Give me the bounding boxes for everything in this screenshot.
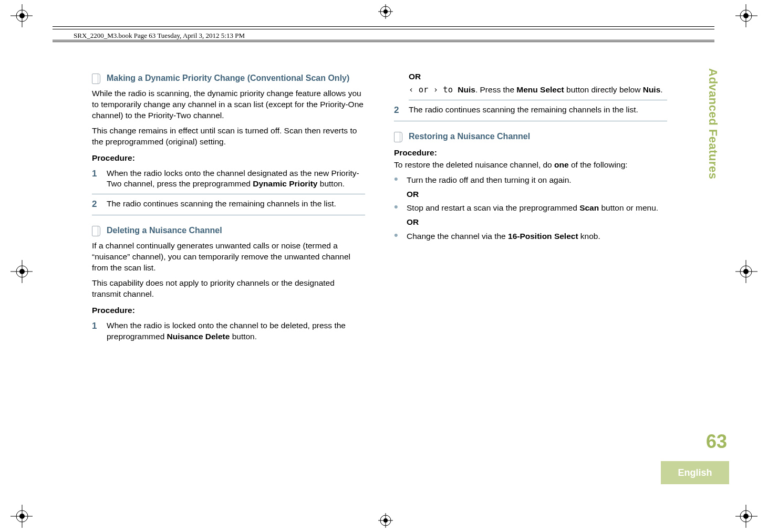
step-2: 2 The radio continues scanning the remai… xyxy=(394,105,667,121)
step-text: The radio continues scanning the remaini… xyxy=(107,199,336,211)
procedure-label: Procedure: xyxy=(92,305,365,316)
paragraph: If a channel continually generates unwan… xyxy=(92,241,365,274)
book-icon xyxy=(394,132,402,142)
or-label: OR xyxy=(407,217,667,228)
running-header: SRX_2200_M3.book Page 63 Tuesday, April … xyxy=(74,32,245,40)
right-column: OR ‹ or › to Nuis. Press the Menu Select… xyxy=(394,68,667,351)
crop-mark-tr xyxy=(735,4,759,27)
step-number: 2 xyxy=(92,199,100,211)
step-2: 2 The radio continues scanning the remai… xyxy=(92,199,365,215)
paragraph: This change remains in effect until scan… xyxy=(92,126,365,148)
paragraph: This capability does not apply to priori… xyxy=(92,278,365,300)
crop-mark-tl xyxy=(9,4,33,27)
or-label: OR xyxy=(407,189,667,200)
bullet-item: • Turn the radio off and then turning it… xyxy=(394,175,667,186)
bullet-text: Turn the radio off and then turning it o… xyxy=(407,175,572,186)
step-text: When the radio is locked onto the channe… xyxy=(107,320,365,342)
crop-mark-right xyxy=(735,260,759,283)
heading-dynamic-priority: Making a Dynamic Priority Change (Conven… xyxy=(106,72,349,84)
bullet-item: • Change the channel via the 16-Position… xyxy=(394,231,667,242)
heading-restore-nuisance: Restoring a Nuisance Channel xyxy=(408,131,530,142)
crop-mark-bottom-center xyxy=(378,513,393,528)
step-number: 1 xyxy=(92,168,100,190)
paragraph: While the radio is scanning, the dynamic… xyxy=(92,88,365,121)
bullet-item: • Stop and restart a scan via the prepro… xyxy=(394,203,667,214)
step-1: 1 When the radio is locked onto the chan… xyxy=(92,320,365,347)
page-body: Making a Dynamic Priority Change (Conven… xyxy=(92,68,670,351)
crop-mark-top-center xyxy=(378,4,393,19)
heading-delete-nuisance: Deleting a Nuisance Channel xyxy=(106,225,222,236)
step-number: 1 xyxy=(92,320,100,342)
procedure-label: Procedure: xyxy=(394,148,667,159)
side-tab: Advanced Features xyxy=(702,68,723,436)
step-1: 1 When the radio locks onto the channel … xyxy=(92,168,365,195)
step-number: 2 xyxy=(394,105,402,117)
section-heading: Making a Dynamic Priority Change (Conven… xyxy=(92,72,365,84)
crop-mark-br xyxy=(735,505,759,528)
step-text: The radio continues scanning the remaini… xyxy=(409,105,638,117)
bullet-text: Change the channel via the 16-Position S… xyxy=(407,231,600,242)
step-text: When the radio locks onto the channel de… xyxy=(107,168,365,190)
book-icon xyxy=(92,226,100,236)
procedure-label: Procedure: xyxy=(92,153,365,164)
side-tab-label: Advanced Features xyxy=(706,68,720,179)
section-heading: Deleting a Nuisance Channel xyxy=(92,225,365,236)
book-icon xyxy=(92,74,100,84)
bullet-icon: • xyxy=(394,175,401,186)
bullet-icon: • xyxy=(394,231,401,242)
left-column: Making a Dynamic Priority Change (Conven… xyxy=(92,68,365,351)
step-continuation: ‹ or › to Nuis. Press the Menu Select bu… xyxy=(409,85,667,100)
page-number: 63 xyxy=(706,431,727,453)
language-badge: English xyxy=(661,461,729,484)
paragraph: To restore the deleted nuisance channel,… xyxy=(394,160,667,171)
bullet-text: Stop and restart a scan via the preprogr… xyxy=(407,203,658,214)
section-heading: Restoring a Nuisance Channel xyxy=(394,131,667,142)
crop-mark-bl xyxy=(9,505,33,528)
bullet-icon: • xyxy=(394,203,401,214)
or-label: OR xyxy=(409,71,667,82)
crop-mark-left xyxy=(9,260,33,283)
